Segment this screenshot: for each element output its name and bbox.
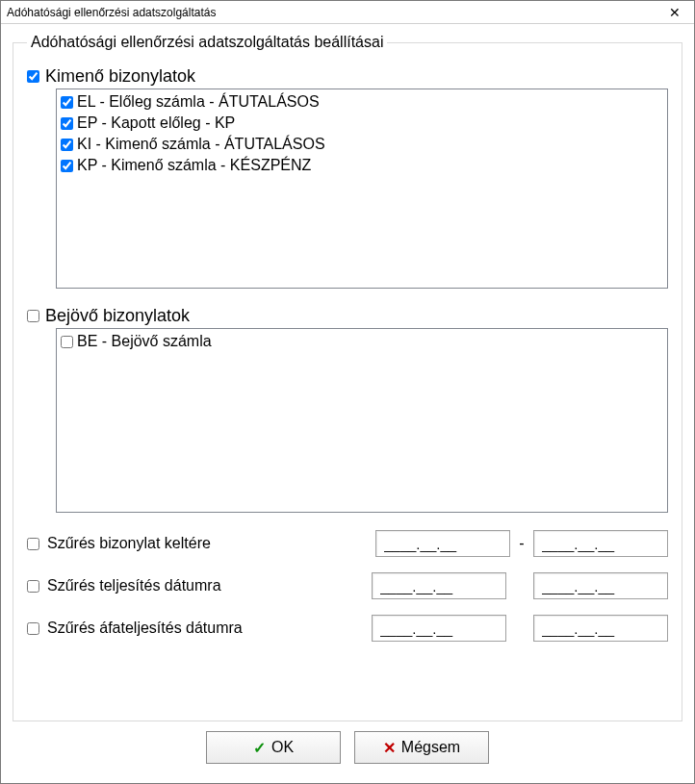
date-separator: - [518, 535, 526, 552]
ok-button-label: OK [271, 739, 294, 756]
filters-area: Szűrés bizonylat keltére - Szűrés teljes… [27, 530, 668, 642]
cancel-icon: ✕ [383, 739, 396, 757]
list-item-label: EP - Kapott előleg - KP [77, 113, 235, 134]
filter-teljesites-checkbox[interactable] [27, 580, 39, 593]
filter-teljesites-from[interactable] [372, 572, 506, 599]
list-item-checkbox[interactable] [61, 117, 73, 130]
outgoing-checkbox[interactable] [27, 70, 39, 83]
filter-row-afateljesites: Szűrés áfateljesítés dátumra [27, 615, 668, 642]
close-button[interactable]: ✕ [656, 1, 694, 24]
filter-kelt-label: Szűrés bizonylat keltére [47, 535, 211, 552]
list-item[interactable]: EP - Kapott előleg - KP [61, 113, 663, 134]
incoming-label: Bejövő bizonylatok [45, 306, 190, 326]
filter-teljesites-to[interactable] [533, 572, 668, 599]
incoming-listbox[interactable]: BE - Bejövő számla [56, 328, 668, 513]
list-item-checkbox[interactable] [61, 139, 73, 151]
incoming-section-header: Bejövő bizonylatok [27, 306, 668, 326]
settings-groupbox: Adóhatósági ellenőrzési adatszolgáltatás… [13, 34, 682, 721]
groupbox-legend: Adóhatósági ellenőrzési adatszolgáltatás… [27, 34, 387, 51]
list-item-label: BE - Bejövő számla [77, 331, 212, 352]
list-item-label: KI - Kimenő számla - ÁTUTALÁSOS [77, 134, 325, 155]
dialog-content: Adóhatósági ellenőrzési adatszolgáltatás… [1, 24, 694, 783]
list-item-label: EL - Előleg számla - ÁTUTALÁSOS [77, 91, 320, 113]
outgoing-section-header: Kimenő bizonylatok [27, 66, 668, 87]
filter-teljesites-label: Szűrés teljesítés dátumra [47, 577, 221, 594]
list-item-checkbox[interactable] [61, 160, 73, 172]
list-item-checkbox[interactable] [61, 96, 73, 109]
list-item[interactable]: EL - Előleg számla - ÁTUTALÁSOS [61, 91, 663, 113]
cancel-button[interactable]: ✕ Mégsem [354, 731, 489, 764]
filter-afateljesites-checkbox[interactable] [27, 622, 39, 635]
list-item-checkbox[interactable] [61, 336, 73, 348]
filter-row-kelt: Szűrés bizonylat keltére - [27, 530, 668, 557]
ok-button[interactable]: ✓ OK [206, 731, 341, 764]
outgoing-label: Kimenő bizonylatok [45, 66, 195, 87]
list-item-label: KP - Kimenő számla - KÉSZPÉNZ [77, 155, 311, 176]
close-icon: ✕ [669, 5, 681, 20]
incoming-checkbox[interactable] [27, 310, 39, 322]
filter-afateljesites-label: Szűrés áfateljesítés dátumra [47, 620, 243, 637]
filter-kelt-checkbox[interactable] [27, 538, 39, 550]
filter-afateljesites-to[interactable] [533, 615, 668, 642]
dialog-window: Adóhatósági ellenőrzési adatszolgáltatás… [0, 0, 695, 784]
list-item[interactable]: KI - Kimenő számla - ÁTUTALÁSOS [61, 134, 663, 155]
window-title: Adóhatósági ellenőrzési adatszolgáltatás [7, 6, 216, 19]
cancel-button-label: Mégsem [401, 739, 460, 756]
filter-kelt-from[interactable] [375, 530, 510, 557]
filter-kelt-to[interactable] [533, 530, 668, 557]
list-item[interactable]: BE - Bejövő számla [61, 331, 663, 352]
check-icon: ✓ [253, 739, 266, 757]
title-bar: Adóhatósági ellenőrzési adatszolgáltatás… [1, 1, 694, 24]
date-spacer [516, 577, 524, 594]
filter-row-teljesites: Szűrés teljesítés dátumra [27, 572, 668, 599]
list-item[interactable]: KP - Kimenő számla - KÉSZPÉNZ [61, 155, 663, 176]
date-spacer [516, 620, 524, 637]
outgoing-listbox[interactable]: EL - Előleg számla - ÁTUTALÁSOS EP - Kap… [56, 89, 668, 289]
filter-afateljesites-from[interactable] [372, 615, 506, 642]
button-bar: ✓ OK ✕ Mégsem [13, 721, 682, 775]
